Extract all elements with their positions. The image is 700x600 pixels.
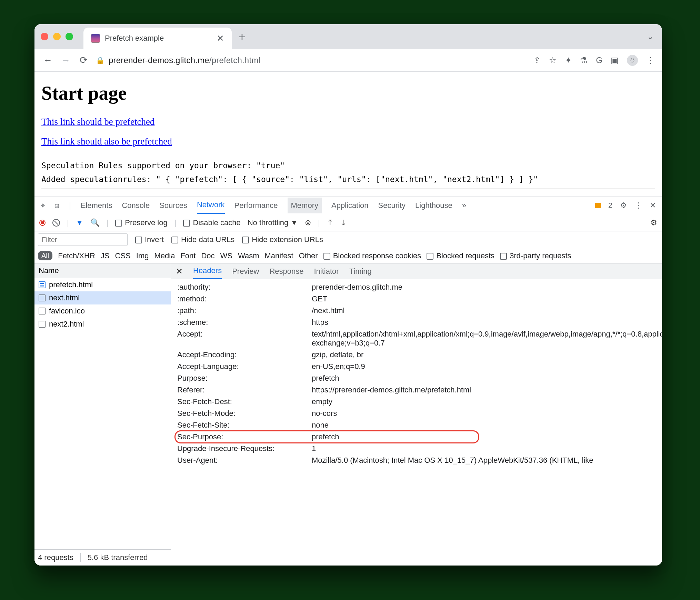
extensions-icon[interactable]: ✦ (565, 56, 572, 65)
detail-tabs: ✕ Headers Preview Response Initiator Tim… (171, 263, 662, 279)
tab-security[interactable]: Security (378, 198, 406, 213)
divider (41, 189, 655, 189)
inspect-icon[interactable]: ⌖ (41, 201, 45, 210)
forward-button[interactable]: → (60, 55, 71, 66)
detail-tab-headers[interactable]: Headers (193, 263, 222, 279)
blocked-requests-checkbox[interactable]: Blocked requests (427, 251, 494, 260)
close-window-icon[interactable] (41, 33, 48, 40)
url-text: prerender-demos.glitch.me/prefetch.html (109, 56, 260, 65)
request-list-header[interactable]: Name (34, 263, 171, 278)
network-conditions-icon[interactable]: ⊚ (305, 218, 311, 227)
new-tab-button[interactable]: + (239, 30, 246, 43)
tab-close-icon[interactable]: ✕ (217, 33, 224, 44)
detail-tab-response[interactable]: Response (269, 267, 303, 276)
header-value: gzip, deflate, br (312, 350, 662, 359)
type-wasm[interactable]: Wasm (238, 251, 259, 260)
type-fetch[interactable]: Fetch/XHR (58, 251, 95, 260)
filter-icon[interactable]: ▼ (76, 218, 83, 227)
tab-memory[interactable]: Memory (288, 198, 322, 213)
chrome-menu-icon[interactable]: ⋮ (646, 56, 654, 65)
hide-data-urls-checkbox[interactable]: Hide data URLs (171, 235, 234, 244)
devtools-settings-icon[interactable]: ⚙ (620, 201, 627, 210)
hide-extension-urls-checkbox[interactable]: Hide extension URLs (242, 235, 323, 244)
minimize-window-icon[interactable] (53, 33, 61, 40)
request-row[interactable]: favicon.ico (34, 304, 171, 318)
request-name: next.html (49, 293, 80, 302)
tab-performance[interactable]: Performance (234, 198, 278, 213)
profile-avatar[interactable]: ⍥ (627, 55, 638, 66)
tab-application[interactable]: Application (331, 198, 369, 213)
tab-sources[interactable]: Sources (159, 198, 187, 213)
detail-tab-timing[interactable]: Timing (349, 267, 372, 276)
tab-elements[interactable]: Elements (81, 198, 112, 213)
request-row[interactable]: next.html (34, 291, 171, 304)
device-toolbar-icon[interactable]: ⧈ (54, 201, 59, 210)
blocked-cookies-checkbox[interactable]: Blocked response cookies (323, 251, 421, 260)
type-img[interactable]: Img (136, 251, 149, 260)
type-all[interactable]: All (38, 251, 52, 260)
tab-lighthouse[interactable]: Lighthouse (415, 198, 452, 213)
header-key: Accept-Encoding: (177, 350, 312, 359)
preserve-log[interactable]: Preserve log (115, 218, 168, 227)
google-icon[interactable]: G (596, 56, 602, 65)
detail-tab-preview[interactable]: Preview (232, 267, 259, 276)
tab-network[interactable]: Network (197, 197, 225, 214)
hide-tabs-icon[interactable]: ⌄ (643, 30, 657, 43)
network-settings-icon[interactable]: ⚙ (650, 218, 657, 227)
devtools-close-icon[interactable]: ✕ (650, 201, 656, 210)
detail-close-icon[interactable]: ✕ (176, 267, 183, 276)
page-heading: Start page (41, 82, 655, 104)
omnibox[interactable]: 🔒 prerender-demos.glitch.me/prefetch.htm… (96, 56, 527, 65)
share-icon[interactable]: ⇪ (534, 56, 541, 65)
type-doc[interactable]: Doc (201, 251, 214, 260)
filter-input[interactable] (38, 233, 128, 246)
clear-icon[interactable] (52, 219, 60, 227)
disable-cache[interactable]: Disable cache (183, 218, 240, 227)
header-value: Mozilla/5.0 (Macintosh; Intel Mac OS X 1… (312, 456, 662, 465)
speculation-support-text: Speculation Rules supported on your brow… (41, 161, 655, 170)
devtools-tabs: ⌖ ⧈ | Elements Console Sources Network P… (34, 197, 662, 214)
tab-strip: Prefetch example ✕ + ⌄ (34, 24, 662, 49)
request-row[interactable]: next2.html (34, 318, 171, 331)
document-icon (39, 281, 46, 288)
prefetch-link-2[interactable]: This link should also be prefetched (41, 136, 655, 147)
more-tabs-icon[interactable]: » (462, 201, 466, 210)
warning-badge-icon[interactable] (595, 203, 601, 208)
type-font[interactable]: Font (180, 251, 196, 260)
header-row: Sec-Fetch-Mode:no-cors (177, 408, 662, 419)
warning-count: 2 (608, 201, 612, 210)
header-value: /next.html (312, 306, 662, 315)
request-row[interactable]: prefetch.html (34, 278, 171, 291)
header-row: :authority:prerender-demos.glitch.me (177, 281, 662, 293)
request-name: favicon.ico (49, 307, 85, 316)
labs-icon[interactable]: ⚗ (580, 56, 588, 65)
tab-console[interactable]: Console (122, 198, 150, 213)
third-party-checkbox[interactable]: 3rd-party requests (500, 251, 571, 260)
bookmark-icon[interactable]: ☆ (549, 56, 557, 65)
traffic-lights (41, 33, 73, 40)
throttling-select[interactable]: No throttling ▼ (248, 218, 298, 227)
export-har-icon[interactable]: ⤓ (340, 218, 346, 227)
reload-button[interactable]: ⟳ (78, 54, 89, 66)
devtools-menu-icon[interactable]: ⋮ (634, 201, 642, 210)
browser-tab[interactable]: Prefetch example ✕ (83, 28, 232, 49)
type-manifest[interactable]: Manifest (265, 251, 293, 260)
prefetch-link-1[interactable]: This link should be prefetched (41, 117, 655, 127)
type-css[interactable]: CSS (115, 251, 131, 260)
invert-checkbox[interactable]: Invert (135, 235, 164, 244)
sidepanel-icon[interactable]: ▣ (611, 56, 619, 65)
devtools-body: Name prefetch.htmlnext.htmlfavicon.icone… (34, 263, 662, 566)
fullscreen-window-icon[interactable] (66, 33, 73, 40)
search-icon[interactable]: 🔍 (90, 218, 100, 227)
header-row: :method:GET (177, 293, 662, 305)
header-value: prerender-demos.glitch.me (312, 283, 662, 292)
type-js[interactable]: JS (101, 251, 110, 260)
type-other[interactable]: Other (299, 251, 318, 260)
detail-tab-initiator[interactable]: Initiator (314, 267, 339, 276)
type-ws[interactable]: WS (220, 251, 232, 260)
import-har-icon[interactable]: ⤒ (327, 218, 333, 227)
status-bar: 4 requests 5.6 kB transferred (34, 549, 171, 566)
record-icon[interactable] (39, 220, 46, 226)
back-button[interactable]: ← (42, 55, 53, 66)
type-media[interactable]: Media (154, 251, 175, 260)
